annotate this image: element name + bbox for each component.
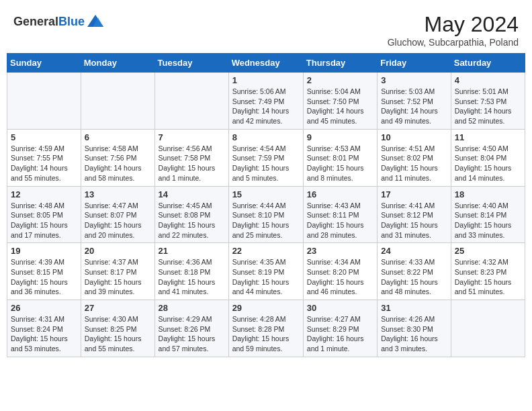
cell-sun-info: Sunrise: 4:33 AM Sunset: 8:22 PM Dayligh… [381, 257, 447, 297]
day-number: 24 [381, 246, 447, 256]
calendar-cell: 16Sunrise: 4:43 AM Sunset: 8:11 PM Dayli… [303, 186, 377, 243]
cell-sun-info: Sunrise: 4:28 AM Sunset: 8:28 PM Dayligh… [232, 314, 300, 354]
cell-sun-info: Sunrise: 4:31 AM Sunset: 8:24 PM Dayligh… [11, 314, 77, 354]
calendar-cell: 23Sunrise: 4:34 AM Sunset: 8:20 PM Dayli… [303, 243, 377, 300]
calendar-table: SundayMondayTuesdayWednesdayThursdayFrid… [7, 53, 525, 357]
day-number: 4 [455, 75, 521, 85]
calendar-cell [7, 73, 81, 130]
calendar-cell: 6Sunrise: 4:58 AM Sunset: 7:56 PM Daylig… [81, 129, 154, 186]
day-number: 13 [85, 189, 151, 199]
cell-sun-info: Sunrise: 4:29 AM Sunset: 8:26 PM Dayligh… [159, 314, 225, 354]
cell-sun-info: Sunrise: 5:01 AM Sunset: 7:53 PM Dayligh… [455, 87, 521, 126]
day-number: 27 [85, 303, 151, 313]
calendar-week-row: 26Sunrise: 4:31 AM Sunset: 8:24 PM Dayli… [7, 300, 525, 357]
logo-general: General [13, 15, 58, 28]
day-number: 16 [307, 189, 373, 199]
day-number: 30 [307, 303, 373, 313]
calendar-week-row: 12Sunrise: 4:48 AM Sunset: 8:05 PM Dayli… [7, 186, 525, 243]
location-subtitle: Gluchow, Subcarpathia, Poland [388, 37, 519, 48]
day-number: 10 [381, 132, 447, 142]
weekday-header-saturday: Saturday [451, 54, 525, 73]
page-header: GeneralBlue May 2024 Gluchow, Subcarpath… [7, 7, 525, 50]
day-number: 5 [11, 132, 77, 142]
logo-icon [86, 12, 105, 31]
cell-sun-info: Sunrise: 4:35 AM Sunset: 8:19 PM Dayligh… [232, 257, 300, 297]
calendar-cell: 28Sunrise: 4:29 AM Sunset: 8:26 PM Dayli… [154, 300, 228, 357]
day-number: 23 [307, 246, 373, 256]
cell-sun-info: Sunrise: 4:36 AM Sunset: 8:18 PM Dayligh… [159, 257, 225, 297]
cell-sun-info: Sunrise: 4:59 AM Sunset: 7:55 PM Dayligh… [11, 144, 77, 183]
calendar-cell: 2Sunrise: 5:04 AM Sunset: 7:50 PM Daylig… [303, 73, 377, 130]
calendar-cell: 22Sunrise: 4:35 AM Sunset: 8:19 PM Dayli… [228, 243, 303, 300]
day-number: 20 [85, 246, 151, 256]
calendar-cell: 20Sunrise: 4:37 AM Sunset: 8:17 PM Dayli… [81, 243, 154, 300]
cell-sun-info: Sunrise: 4:43 AM Sunset: 8:11 PM Dayligh… [307, 201, 373, 240]
weekday-header-row: SundayMondayTuesdayWednesdayThursdayFrid… [7, 54, 525, 73]
day-number: 28 [159, 303, 225, 313]
day-number: 11 [455, 132, 521, 142]
day-number: 19 [11, 246, 77, 256]
cell-sun-info: Sunrise: 4:39 AM Sunset: 8:15 PM Dayligh… [11, 257, 77, 297]
cell-sun-info: Sunrise: 5:03 AM Sunset: 7:52 PM Dayligh… [381, 87, 447, 126]
calendar-cell: 24Sunrise: 4:33 AM Sunset: 8:22 PM Dayli… [378, 243, 451, 300]
cell-sun-info: Sunrise: 5:04 AM Sunset: 7:50 PM Dayligh… [307, 87, 373, 126]
cell-sun-info: Sunrise: 4:37 AM Sunset: 8:17 PM Dayligh… [85, 257, 151, 297]
calendar-cell: 8Sunrise: 4:54 AM Sunset: 7:59 PM Daylig… [228, 129, 303, 186]
cell-sun-info: Sunrise: 4:41 AM Sunset: 8:12 PM Dayligh… [381, 201, 447, 240]
day-number: 22 [232, 246, 300, 256]
day-number: 12 [11, 189, 77, 199]
logo: GeneralBlue [13, 12, 105, 31]
calendar-cell [154, 73, 228, 130]
day-number: 25 [455, 246, 521, 256]
calendar-cell: 21Sunrise: 4:36 AM Sunset: 8:18 PM Dayli… [154, 243, 228, 300]
calendar-cell [451, 300, 525, 357]
cell-sun-info: Sunrise: 4:26 AM Sunset: 8:30 PM Dayligh… [381, 314, 447, 354]
calendar-cell: 30Sunrise: 4:27 AM Sunset: 8:29 PM Dayli… [303, 300, 377, 357]
calendar-cell: 13Sunrise: 4:47 AM Sunset: 8:07 PM Dayli… [81, 186, 154, 243]
day-number: 18 [455, 189, 521, 199]
calendar-week-row: 1Sunrise: 5:06 AM Sunset: 7:49 PM Daylig… [7, 73, 525, 130]
cell-sun-info: Sunrise: 4:32 AM Sunset: 8:23 PM Dayligh… [455, 257, 521, 297]
cell-sun-info: Sunrise: 5:06 AM Sunset: 7:49 PM Dayligh… [232, 87, 300, 126]
weekday-header-wednesday: Wednesday [228, 54, 303, 73]
cell-sun-info: Sunrise: 4:27 AM Sunset: 8:29 PM Dayligh… [307, 314, 373, 354]
day-number: 31 [381, 303, 447, 313]
calendar-cell: 9Sunrise: 4:53 AM Sunset: 8:01 PM Daylig… [303, 129, 377, 186]
day-number: 3 [381, 75, 447, 85]
month-title: May 2024 [388, 12, 519, 37]
calendar-cell: 5Sunrise: 4:59 AM Sunset: 7:55 PM Daylig… [7, 129, 81, 186]
calendar-cell: 25Sunrise: 4:32 AM Sunset: 8:23 PM Dayli… [451, 243, 525, 300]
weekday-header-sunday: Sunday [7, 54, 81, 73]
cell-sun-info: Sunrise: 4:54 AM Sunset: 7:59 PM Dayligh… [232, 144, 300, 183]
cell-sun-info: Sunrise: 4:51 AM Sunset: 8:02 PM Dayligh… [381, 144, 447, 183]
calendar-cell: 19Sunrise: 4:39 AM Sunset: 8:15 PM Dayli… [7, 243, 81, 300]
cell-sun-info: Sunrise: 4:30 AM Sunset: 8:25 PM Dayligh… [85, 314, 151, 354]
day-number: 15 [232, 189, 300, 199]
day-number: 29 [232, 303, 300, 313]
calendar-cell: 18Sunrise: 4:40 AM Sunset: 8:14 PM Dayli… [451, 186, 525, 243]
calendar-cell: 3Sunrise: 5:03 AM Sunset: 7:52 PM Daylig… [378, 73, 451, 130]
day-number: 9 [307, 132, 373, 142]
calendar-week-row: 5Sunrise: 4:59 AM Sunset: 7:55 PM Daylig… [7, 129, 525, 186]
day-number: 8 [232, 132, 300, 142]
weekday-header-tuesday: Tuesday [154, 54, 228, 73]
cell-sun-info: Sunrise: 4:50 AM Sunset: 8:04 PM Dayligh… [455, 144, 521, 183]
calendar-cell: 14Sunrise: 4:45 AM Sunset: 8:08 PM Dayli… [154, 186, 228, 243]
cell-sun-info: Sunrise: 4:34 AM Sunset: 8:20 PM Dayligh… [307, 257, 373, 297]
calendar-cell: 29Sunrise: 4:28 AM Sunset: 8:28 PM Dayli… [228, 300, 303, 357]
calendar-cell: 27Sunrise: 4:30 AM Sunset: 8:25 PM Dayli… [81, 300, 154, 357]
cell-sun-info: Sunrise: 4:56 AM Sunset: 7:58 PM Dayligh… [159, 144, 225, 183]
calendar-cell: 4Sunrise: 5:01 AM Sunset: 7:53 PM Daylig… [451, 73, 525, 130]
calendar-cell: 10Sunrise: 4:51 AM Sunset: 8:02 PM Dayli… [378, 129, 451, 186]
cell-sun-info: Sunrise: 4:47 AM Sunset: 8:07 PM Dayligh… [85, 201, 151, 240]
weekday-header-monday: Monday [81, 54, 154, 73]
day-number: 26 [11, 303, 77, 313]
cell-sun-info: Sunrise: 4:45 AM Sunset: 8:08 PM Dayligh… [159, 201, 225, 240]
day-number: 2 [307, 75, 373, 85]
cell-sun-info: Sunrise: 4:58 AM Sunset: 7:56 PM Dayligh… [85, 144, 151, 183]
title-block: May 2024 Gluchow, Subcarpathia, Poland [388, 12, 519, 48]
cell-sun-info: Sunrise: 4:40 AM Sunset: 8:14 PM Dayligh… [455, 201, 521, 240]
day-number: 17 [381, 189, 447, 199]
day-number: 14 [159, 189, 225, 199]
logo-blue: Blue [58, 15, 85, 28]
